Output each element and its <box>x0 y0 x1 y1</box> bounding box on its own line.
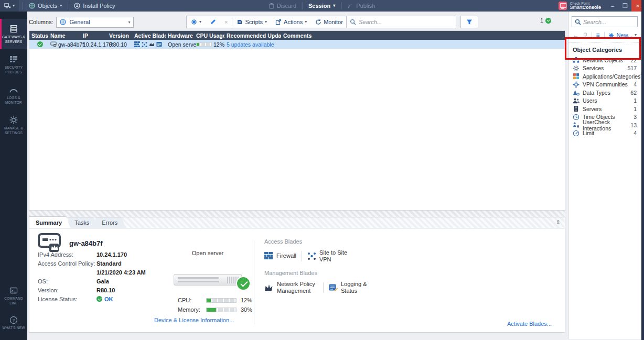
minimize-button[interactable]: – <box>606 0 619 12</box>
updates-available-link[interactable]: 5 updates available <box>227 41 274 48</box>
discard-button[interactable]: Discard <box>267 3 298 9</box>
new-object-button[interactable]: New... ▾ <box>608 32 637 38</box>
os-value: Gaia <box>96 278 109 284</box>
scripts-menu[interactable]: Scripts ▾ <box>232 16 271 28</box>
category-label: VPN Communities <box>583 81 628 87</box>
install-policy-button[interactable]: Install Policy <box>72 3 117 9</box>
gateways-servers-icon <box>9 24 18 34</box>
sidebar-item-label: GATEWAYS & SERVERS <box>0 35 27 43</box>
column-header-recommended-updates[interactable]: Recommended Updates <box>224 32 281 39</box>
category-servers[interactable]: Servers 1 <box>568 105 641 113</box>
memory-meter <box>206 308 237 312</box>
category-usercheck[interactable]: UserCheck Interactions 13 <box>568 121 641 129</box>
back-icon[interactable]: ← <box>573 31 579 39</box>
gateways-toolbar: Columns: General ▾ ▾ × Scripts ▾ Ac <box>29 16 565 28</box>
column-header-cpu-usage[interactable]: CPU Usage <box>194 32 224 39</box>
columns-dropdown[interactable]: General ▾ <box>56 17 134 28</box>
table-row[interactable]: gw-a84b7f 10.24.1.170 R80.10 Open server… <box>29 40 565 49</box>
command-line-icon <box>9 287 18 295</box>
table-search <box>346 16 456 28</box>
category-applications[interactable]: Applications/Categories 7508 <box>568 72 641 81</box>
license-label: License Status: <box>38 296 96 302</box>
license-status-link[interactable]: OK <box>104 296 113 302</box>
firewall-blade[interactable]: Firewall <box>264 252 296 260</box>
category-users[interactable]: Users 1 <box>568 97 641 105</box>
actions-menu[interactable]: Actions ▾ <box>271 16 311 28</box>
divider <box>604 32 605 38</box>
install-policy-label: Install Policy <box>83 3 115 9</box>
objects-search-input[interactable] <box>583 19 635 25</box>
column-header-active-blades[interactable]: Active Blades <box>132 32 166 39</box>
tab-tasks[interactable]: Tasks <box>68 217 98 228</box>
category-label: Applications/Categories <box>583 73 640 80</box>
column-header-ip[interactable]: IP <box>81 32 107 39</box>
tab-summary[interactable]: Summary <box>29 216 70 228</box>
column-header-version[interactable]: Version <box>107 32 132 39</box>
column-header-name[interactable]: Name <box>48 32 81 39</box>
column-header-comments[interactable]: Comments <box>281 32 565 39</box>
discard-label: Discard <box>277 3 296 9</box>
category-count: 1 <box>634 97 637 104</box>
gateway-hardware: Open server <box>166 41 194 48</box>
app-menu-button[interactable]: ▾ <box>0 0 19 12</box>
category-label: Servers <box>583 106 602 112</box>
policy-blade-icon <box>149 41 155 47</box>
logging-status-blade[interactable]: Logging & Status <box>329 281 382 294</box>
expand-panel-icon[interactable]: ⇕ <box>556 219 561 226</box>
summary-tabstrip: Summary Tasks Errors ⇕ <box>29 217 565 228</box>
pin-icon[interactable] <box>583 32 587 38</box>
active-blades-cell <box>132 41 166 47</box>
category-services[interactable]: Services 517 <box>568 64 641 73</box>
category-network-objects[interactable]: Network Objects 22 <box>568 56 641 64</box>
search-input[interactable] <box>359 19 453 25</box>
category-label: UserCheck Interactions <box>583 119 630 131</box>
memory-percent: 30% <box>241 306 252 313</box>
filter-button[interactable] <box>460 16 478 28</box>
sidebar-item-label: COMMAND LINE <box>0 297 27 305</box>
security-policies-icon <box>9 54 18 64</box>
divider <box>302 2 303 9</box>
category-data-types[interactable]: Data Types 62 <box>568 89 641 97</box>
sidebar-item-whats-new[interactable]: ? WHAT'S NEW <box>0 310 27 337</box>
new-object-button[interactable]: ▾ <box>187 16 206 28</box>
category-vpn-communities[interactable]: VPN Communities 4 <box>568 81 641 89</box>
panel-splitter[interactable] <box>29 211 565 217</box>
session-label: Session <box>308 3 330 9</box>
session-menu[interactable]: Session ▾ <box>306 3 337 9</box>
sidebar-item-logs-monitor[interactable]: LOGS & MONITOR <box>0 80 27 110</box>
monitor-button[interactable]: Monitor <box>311 16 347 28</box>
memory-label: Memory: <box>178 306 202 313</box>
tab-errors[interactable]: Errors <box>95 217 126 228</box>
column-header-status[interactable]: Status <box>29 32 48 39</box>
publish-button[interactable]: Publish <box>345 3 377 9</box>
objects-label: Objects <box>38 3 57 9</box>
chevron-down-icon: ▾ <box>333 4 335 8</box>
network-objects-icon <box>573 57 579 63</box>
gateway-version: R80.10 <box>107 41 132 48</box>
activate-blades-link[interactable]: Activate Blades... <box>507 321 552 327</box>
delete-button[interactable]: × <box>220 16 232 28</box>
status-ok-icon <box>545 18 551 24</box>
site-to-site-vpn-label: Site to Site VPN <box>319 249 360 262</box>
network-policy-management-blade[interactable]: Network Policy Management <box>264 281 318 294</box>
sidebar-item-command-line[interactable]: COMMAND LINE <box>0 282 27 310</box>
smartconsole-window: ▾ Objects ▾ Install Policy Discard Sessi… <box>0 0 644 340</box>
chevron-down-icon: ▾ <box>305 20 307 24</box>
category-label: Limit <box>583 130 594 136</box>
edit-button[interactable] <box>206 16 220 28</box>
sidebar-item-gateways-servers[interactable]: GATEWAYS & SERVERS <box>0 19 27 49</box>
logging-blade-icon <box>156 41 162 47</box>
maximize-button[interactable]: ❒ <box>619 0 631 12</box>
status-ok-icon <box>37 41 43 47</box>
column-header-hardware[interactable]: Hardware <box>166 32 194 39</box>
bottom-gutter <box>27 333 568 340</box>
site-to-site-vpn-blade[interactable]: Site to Site VPN <box>307 249 360 262</box>
objects-menu[interactable]: Objects ▾ <box>27 3 64 9</box>
logging-status-icon <box>329 283 338 291</box>
gateways-table: Status Name IP Version Active Blades Har… <box>29 30 565 211</box>
sidebar-item-manage-settings[interactable]: MANAGE & SETTINGS <box>0 110 27 140</box>
category-view-icon[interactable]: ≡ <box>596 31 600 39</box>
device-license-link[interactable]: Device & License Information... <box>154 317 234 323</box>
sidebar-item-security-policies[interactable]: SECURITY POLICIES <box>0 49 27 80</box>
users-icon <box>573 97 579 104</box>
